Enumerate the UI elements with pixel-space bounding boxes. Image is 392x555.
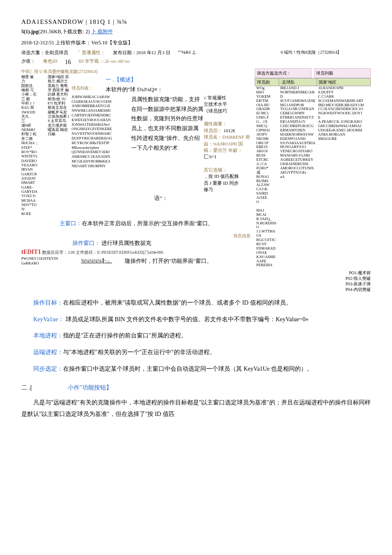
attr-label: 「 普通属性：: [76, 49, 105, 56]
player-table: 球员则 ·足球队 国家'地区 WOg HSO YGKEM ER!TM OIA.H…: [255, 78, 371, 267]
opt2[interactable]: 员 J 重要 ID 同步: [204, 180, 251, 186]
soft-line: 本软件的''球 5⅝J⅛Q≡：: [106, 84, 163, 94]
player-list-label: 球员列表：: [72, 84, 93, 94]
intro-body: 员属性数据克隆"功能，支持在同一数据源中把某球员的属性数据，克隆到另外的任意球员…: [131, 95, 204, 193]
pink-panel-1: 谛选方篇选方式：: [255, 68, 311, 78]
tbl-col3: :D.RANDO1PH S.DUFFY C.C1ARK SCO1EMANSWAR…: [317, 86, 371, 268]
noise: ”°⅓R4 上: [178, 49, 196, 56]
publish-date: 发布日期：2018 年12 月3 日: [113, 49, 170, 56]
check-general[interactable]: √ 常规履性: [204, 95, 251, 101]
def-remote: 远端进程：与''本地进程"相关联的另一个''正在运行中"的非活动进程。: [21, 347, 371, 358]
th-country[interactable]: 国家'地区: [317, 78, 371, 86]
tbl-col1: WOg HSO YGKEM ER!TM OIA.HU GBADB ECMC) U…: [255, 86, 279, 268]
file-meta: (291.56KB,卜载次数: 2): [38, 29, 90, 35]
role-id-label: 角色ID: [43, 58, 58, 67]
section-1-head: 一 .【概述】: [106, 75, 136, 84]
pink-panel-2: 球员列裂: [314, 68, 371, 78]
clone-id-note: 0 域均！性甪8克陵（27328014】: [251, 49, 371, 69]
def-keyvalue: KeyVa1ue： 球员或足球队所属 BIN 文件的文件名中数字号的值。若文件名…: [21, 314, 371, 325]
tedit-label: tEDIT1: [21, 249, 41, 255]
section-2-head: 二 .[ 小作"功能按钮】: [21, 383, 371, 392]
def-op-target: 操作目标：在相应进程中，被用来''读取或写入属性数据"的一个球员、或者多个 ID…: [21, 297, 371, 309]
section-2-body: 凡是与''远端进程"有关的克隆操作中，本地进程的操作目标都是''以主窗口选定球员…: [21, 397, 371, 420]
p04: P04-内切突破: [346, 287, 371, 292]
opt1[interactable]: ，按 ID 值匹配株: [204, 173, 251, 180]
role-id-value: 16: [65, 58, 71, 67]
version-line: 2018-12-312:51 上传软件版本：Ver5.10【专业版】: [21, 39, 371, 46]
def-sync: 同步选定：在操作窗口中选定某个球员时，主窗口中会自动选定同一个球员（其 KeyV…: [21, 363, 371, 375]
status-info: 状态信息: [21, 232, 251, 239]
p01: PO1-魔术师: [346, 270, 371, 276]
summary-head: 属性摘要：: [204, 121, 251, 127]
noise-col-2: 国家•地区 苏格兰 威尔士 英格兰 葡萄牙 西班牙 融比硒 意大利 斯浩f炊 5…: [48, 75, 70, 216]
intro-tail: 语"：: [72, 193, 251, 203]
id-bytes: ID 学节蜀：□δ~oo~dδ^oo: [79, 58, 130, 67]
clone-header: 中田〗用 U 殊员墨控徽瓶克隆[27328014]: [21, 68, 251, 75]
file-info: 5(1).jpg(291.56KB,卜载次数: 2) 卜 载附件: [21, 28, 371, 35]
tbl-col2: IRE1AND J NORTHERNIRE1AHD SCOT1AMDWA1ESE…: [279, 86, 317, 268]
sum-l2: 球员名：DARRENF 府: [204, 134, 251, 140]
th-team[interactable]: ·足球队: [279, 78, 317, 86]
doc-title: ADA1ESSANDROW | 181Q 1 | ⅜⅝: [21, 17, 371, 27]
op-window-text1: 进行球员属性数据克: [101, 240, 151, 246]
tedit-status: 数据且应市：3.00 文件路径：E:\PESEDIT\EDHFi1eKED[门u…: [42, 250, 164, 255]
download-link[interactable]: 卜 载附件: [91, 29, 113, 35]
noise-col-1: 钿普 遍 力 阳部且. 翰相 习 小林；石 三 都 中村 1！ RAG 而 3W…: [21, 75, 46, 216]
op-fill: ⅜⅛⅛⅛⅛∥-」: [81, 256, 112, 265]
mid-noise: JOHNOSHEAC1ARAW CIARKSEAUUSCO1EM ANROBBE…: [72, 95, 131, 193]
main-window-label: 主窗口：: [60, 220, 82, 227]
p-list: PO1-魔术师 P02-惊人突破 P03-疾速子弹 P04-内切突破: [346, 270, 371, 292]
p02: P02-惊人突破: [346, 276, 371, 281]
sum-l1a: 球员⑪：: [204, 128, 222, 133]
sum-l1b: 1012€: [224, 128, 236, 133]
def-local: 本地进程：指的是''正在进行操作的前台窗口"所属的进程。: [21, 330, 371, 342]
check-tech[interactable]: 立技术水平: [204, 101, 251, 108]
p03: P03-疾速子弹: [346, 281, 371, 287]
filter-label: 谛选方藁：全则员球员: [21, 49, 68, 56]
main-window-text: 在本软件正常启动后，所显示的''交互操作界面"窗口。: [82, 220, 213, 227]
sum-l4: 稿：爱尔兰 年龄：: [204, 147, 251, 154]
sum-l3: 由：⅛AJΦO1PH 国: [204, 141, 251, 147]
yixi: 夕依：: [21, 58, 35, 67]
pw-block: PW1NEV11EJSTEVIN GeRRARO: [21, 256, 68, 266]
role-row: 夕依： 角色ID 16 ID 学节蜀：□δ~oo~dδ^oo: [21, 58, 251, 67]
check-skill[interactable]: 《球员技巧: [204, 108, 251, 114]
sum-l5: 匚⅞^1: [204, 154, 251, 160]
other-head: 其它选顿：: [204, 167, 251, 173]
file-name: 5(1).jpg: [21, 29, 38, 35]
op-window-text2: 隆操作时，打开的''功能界面"窗口。: [125, 256, 212, 266]
opt3[interactable]: 修习: [204, 186, 251, 193]
filter-row: 谛选方藁：全则员球员 「 普通属性： 发布日期：2018 年12 月3 日 ”°…: [21, 49, 251, 56]
op-window-label: 操作窗口：: [72, 240, 100, 246]
th-player[interactable]: 球员则: [255, 78, 279, 86]
